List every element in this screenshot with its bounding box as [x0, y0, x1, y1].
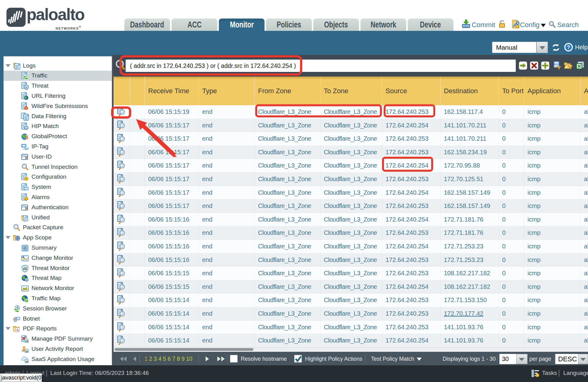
svg-text:?: ?	[567, 44, 570, 50]
svg-text:A: A	[16, 328, 19, 332]
svg-text:x: x	[26, 279, 28, 282]
svg-text:x: x	[26, 86, 27, 89]
